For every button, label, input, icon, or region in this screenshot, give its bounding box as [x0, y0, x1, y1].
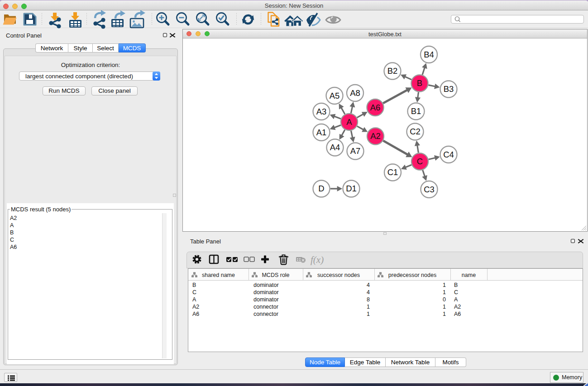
svg-text:B4: B4 — [424, 50, 434, 59]
svg-text:C4: C4 — [443, 150, 454, 159]
svg-text:A4: A4 — [330, 143, 340, 152]
svg-text:C2: C2 — [410, 127, 421, 136]
svg-text:A2: A2 — [370, 131, 381, 141]
svg-text:B2: B2 — [387, 66, 398, 76]
svg-text:A5: A5 — [330, 91, 340, 100]
svg-text:B: B — [417, 78, 422, 88]
svg-text:C3: C3 — [424, 185, 435, 194]
svg-text:D: D — [318, 184, 324, 193]
svg-text:A3: A3 — [316, 107, 327, 116]
svg-text:f(x): f(x) — [311, 254, 324, 265]
svg-text:A6: A6 — [370, 103, 381, 112]
svg-text:B3: B3 — [444, 84, 454, 94]
svg-text:A7: A7 — [350, 146, 361, 156]
svg-text:A: A — [346, 117, 352, 127]
svg-text:C: C — [417, 157, 423, 166]
svg-text:A1: A1 — [316, 128, 327, 137]
svg-text:B1: B1 — [411, 106, 421, 116]
svg-text:D1: D1 — [346, 184, 357, 193]
svg-text:A8: A8 — [350, 88, 360, 98]
svg-text:C1: C1 — [387, 167, 398, 177]
